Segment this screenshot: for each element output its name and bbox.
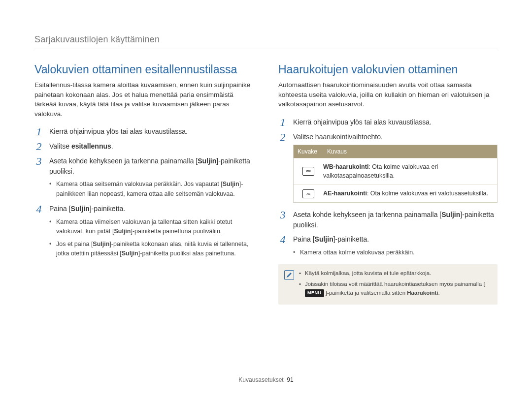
right-section-title: Haarukoitujen valokuvien ottaminen <box>278 63 498 76</box>
left-step-4-bullets: Kamera ottaa viimeisen valokuvan ja tall… <box>49 217 254 259</box>
right-step-1: 1 Kierrä ohjainvipua ylös tai alas kuvau… <box>278 117 498 128</box>
text-strong: Suljin <box>223 181 239 187</box>
text: Joissakin tiloissa voit määrittää haaruk… <box>305 281 485 287</box>
text: ]-painiketta. <box>333 235 369 243</box>
step-number: 4 <box>278 234 287 245</box>
mode-icon-cell: WB <box>294 163 323 180</box>
wb-bracketing-icon: WB <box>302 167 314 176</box>
left-step-4: 4 Paina [Suljin]-painiketta. <box>34 204 254 215</box>
mode-icon-cell: AE <box>294 185 323 202</box>
step-text: Valitse esitallennus. <box>49 141 254 152</box>
step-text: Paina [Suljin]-painiketta. <box>49 204 254 214</box>
bullet: Jos et paina [Suljin]-painiketta kokonaa… <box>49 240 254 259</box>
divider <box>34 49 498 49</box>
bullet: Kamera ottaa seitsemän valokuvaa peräkkä… <box>49 180 254 199</box>
left-column: Valokuvien ottaminen esitallennustilassa… <box>34 63 254 305</box>
bullet: Kamera ottaa kolme valokuvaa peräkkäin. <box>293 248 498 257</box>
text: . <box>438 290 440 296</box>
table-header-icon: Kuvake <box>294 145 323 158</box>
step-text: Kierrä ohjainvipua ylös tai alas kuvaust… <box>49 126 254 137</box>
text: Kamera ottaa seitsemän valokuvaa peräkkä… <box>56 181 223 187</box>
note-icon <box>284 270 294 280</box>
text-strong: Suljin <box>93 241 109 247</box>
right-intro: Automaattisen haarukointiominaisuuden av… <box>278 80 498 109</box>
text-strong: Haarukointi <box>407 290 438 296</box>
text-strong: WB-haarukointi <box>323 163 368 170</box>
left-step-1: 1 Kierrä ohjainvipua ylös tai alas kuvau… <box>34 126 254 137</box>
icon-label: WB <box>306 170 311 173</box>
table-cell-desc: AE-haarukointi: Ota kolme valokuvaa eri … <box>323 185 497 202</box>
manual-page: Sarjakuvaustilojen käyttäminen Valokuvie… <box>0 0 532 401</box>
step-number: 1 <box>34 126 43 137</box>
icon-label: AE <box>306 192 310 195</box>
step-text: Aseta kohde kehykseen ja tarkenna painam… <box>293 210 498 230</box>
note-list: Käytä kolmijalkaa, jotta kuvista ei tule… <box>299 269 492 299</box>
step-number: 1 <box>278 117 287 128</box>
text: Valitse <box>49 142 71 150</box>
table-header: Kuvake Kuvaus <box>294 145 497 158</box>
text: Paina [ <box>293 235 315 243</box>
text: : Ota kolme valokuvaa eri valotusasetuks… <box>367 190 488 197</box>
step-text: Aseta kohde kehykseen ja tarkenna painam… <box>49 156 254 177</box>
step-number: 4 <box>34 204 43 215</box>
step-number: 2 <box>34 141 43 152</box>
step-number: 2 <box>278 132 287 143</box>
right-step-4-bullets: Kamera ottaa kolme valokuvaa peräkkäin. <box>293 248 498 257</box>
ae-bracketing-icon: AE <box>302 189 314 198</box>
text: Aseta kohde kehykseen ja tarkenna painam… <box>293 211 441 218</box>
text-strong: AE-haarukointi <box>323 190 367 197</box>
page-footer: Kuvausasetukset 91 <box>0 376 532 383</box>
text: Aseta kohde kehykseen ja tarkenna painam… <box>49 157 198 165</box>
left-step-2: 2 Valitse esitallennus. <box>34 141 254 152</box>
text: ]-painiketta ja valitsemalla sitten <box>324 290 407 296</box>
left-section-title: Valokuvien ottaminen esitallennustilassa <box>34 63 254 76</box>
text: . <box>111 142 113 150</box>
text-strong: Suljin <box>315 235 333 243</box>
step-number: 3 <box>34 156 43 167</box>
step-text: Paina [Suljin]-painiketta. <box>293 234 498 245</box>
text: ]-painiketta. <box>90 205 125 213</box>
right-step-4: 4 Paina [Suljin]-painiketta. <box>278 234 498 245</box>
footer-section: Kuvausasetukset <box>238 376 283 383</box>
note-item: Joissakin tiloissa voit määrittää haaruk… <box>299 280 492 298</box>
left-step-3: 3 Aseta kohde kehykseen ja tarkenna pain… <box>34 156 254 177</box>
table-header-desc: Kuvaus <box>323 145 497 158</box>
menu-icon: MENU <box>305 289 324 297</box>
right-column: Haarukoitujen valokuvien ottaminen Autom… <box>278 63 498 305</box>
text-strong: Suljin <box>122 250 138 257</box>
text: Paina [ <box>49 205 71 213</box>
page-number: 91 <box>287 376 293 383</box>
step-number: 3 <box>278 210 287 220</box>
note-item: Käytä kolmijalkaa, jotta kuvista ei tule… <box>299 269 492 278</box>
breadcrumb: Sarjakuvaustilojen käyttäminen <box>34 34 498 45</box>
left-step-3-bullets: Kamera ottaa seitsemän valokuvaa peräkkä… <box>49 180 254 199</box>
note-box: Käytä kolmijalkaa, jotta kuvista ei tule… <box>278 264 498 304</box>
left-intro: Esitallennus-tilassa kamera aloittaa kuv… <box>34 80 254 119</box>
text-strong: esitallennus <box>71 142 111 150</box>
text-strong: Suljin <box>198 157 216 165</box>
text: ]-painiketta painettuna puoliväliin. <box>131 228 222 235</box>
text: ]-painiketta puoliksi alas painettuna. <box>138 250 236 257</box>
bullet: Kamera ottaa viimeisen valokuvan ja tall… <box>49 217 254 237</box>
bracketing-options-table: Kuvake Kuvaus WB WB-haarukointi: Ota kol… <box>293 145 498 203</box>
text-strong: Suljin <box>114 228 131 235</box>
text-strong: Suljin <box>71 205 90 213</box>
text: Jos et paina [ <box>56 241 93 247</box>
content-columns: Valokuvien ottaminen esitallennustilassa… <box>34 63 498 305</box>
text-strong: Suljin <box>441 211 460 218</box>
step-text: Kierrä ohjainvipua ylös tai alas kuvaust… <box>293 117 498 127</box>
table-row: AE AE-haarukointi: Ota kolme valokuvaa e… <box>294 185 497 202</box>
right-step-2: 2 Valitse haarukointivaihtoehto. <box>278 132 498 143</box>
table-cell-desc: WB-haarukointi: Ota kolme valokuvaa eri … <box>323 158 497 185</box>
table-row: WB WB-haarukointi: Ota kolme valokuvaa e… <box>294 158 497 185</box>
right-step-3: 3 Aseta kohde kehykseen ja tarkenna pain… <box>278 210 498 230</box>
step-text: Valitse haarukointivaihtoehto. <box>293 132 498 142</box>
